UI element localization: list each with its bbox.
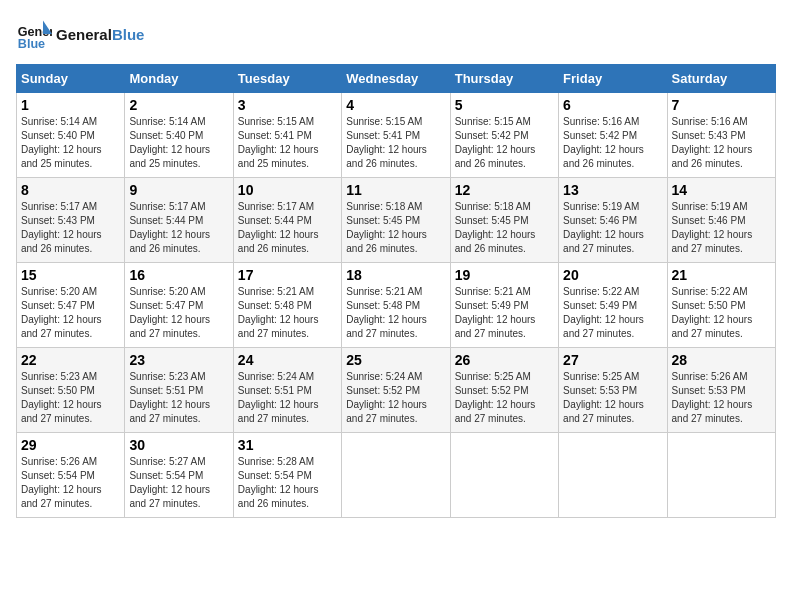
day-info: Sunrise: 5:26 AM Sunset: 5:53 PM Dayligh… xyxy=(672,370,771,426)
day-number: 26 xyxy=(455,352,554,368)
day-number: 15 xyxy=(21,267,120,283)
day-info: Sunrise: 5:16 AM Sunset: 5:43 PM Dayligh… xyxy=(672,115,771,171)
day-cell: 14 Sunrise: 5:19 AM Sunset: 5:46 PM Dayl… xyxy=(667,178,775,263)
weekday-header-saturday: Saturday xyxy=(667,65,775,93)
day-cell: 6 Sunrise: 5:16 AM Sunset: 5:42 PM Dayli… xyxy=(559,93,667,178)
day-cell: 11 Sunrise: 5:18 AM Sunset: 5:45 PM Dayl… xyxy=(342,178,450,263)
day-cell: 16 Sunrise: 5:20 AM Sunset: 5:47 PM Dayl… xyxy=(125,263,233,348)
week-row-5: 29 Sunrise: 5:26 AM Sunset: 5:54 PM Dayl… xyxy=(17,433,776,518)
day-number: 25 xyxy=(346,352,445,368)
day-info: Sunrise: 5:17 AM Sunset: 5:44 PM Dayligh… xyxy=(238,200,337,256)
day-info: Sunrise: 5:27 AM Sunset: 5:54 PM Dayligh… xyxy=(129,455,228,511)
logo-icon: General Blue xyxy=(16,16,52,52)
day-cell: 24 Sunrise: 5:24 AM Sunset: 5:51 PM Dayl… xyxy=(233,348,341,433)
day-cell: 27 Sunrise: 5:25 AM Sunset: 5:53 PM Dayl… xyxy=(559,348,667,433)
day-info: Sunrise: 5:19 AM Sunset: 5:46 PM Dayligh… xyxy=(563,200,662,256)
logo-text: GeneralBlue xyxy=(56,26,144,43)
day-info: Sunrise: 5:23 AM Sunset: 5:51 PM Dayligh… xyxy=(129,370,228,426)
day-number: 16 xyxy=(129,267,228,283)
day-info: Sunrise: 5:17 AM Sunset: 5:44 PM Dayligh… xyxy=(129,200,228,256)
weekday-header-wednesday: Wednesday xyxy=(342,65,450,93)
week-row-1: 1 Sunrise: 5:14 AM Sunset: 5:40 PM Dayli… xyxy=(17,93,776,178)
day-info: Sunrise: 5:17 AM Sunset: 5:43 PM Dayligh… xyxy=(21,200,120,256)
day-info: Sunrise: 5:26 AM Sunset: 5:54 PM Dayligh… xyxy=(21,455,120,511)
day-cell: 13 Sunrise: 5:19 AM Sunset: 5:46 PM Dayl… xyxy=(559,178,667,263)
day-info: Sunrise: 5:16 AM Sunset: 5:42 PM Dayligh… xyxy=(563,115,662,171)
day-cell: 21 Sunrise: 5:22 AM Sunset: 5:50 PM Dayl… xyxy=(667,263,775,348)
svg-text:Blue: Blue xyxy=(18,37,45,51)
day-info: Sunrise: 5:22 AM Sunset: 5:50 PM Dayligh… xyxy=(672,285,771,341)
day-number: 17 xyxy=(238,267,337,283)
day-cell: 19 Sunrise: 5:21 AM Sunset: 5:49 PM Dayl… xyxy=(450,263,558,348)
day-info: Sunrise: 5:19 AM Sunset: 5:46 PM Dayligh… xyxy=(672,200,771,256)
day-number: 24 xyxy=(238,352,337,368)
weekday-header-monday: Monday xyxy=(125,65,233,93)
day-number: 7 xyxy=(672,97,771,113)
day-cell: 4 Sunrise: 5:15 AM Sunset: 5:41 PM Dayli… xyxy=(342,93,450,178)
day-cell: 31 Sunrise: 5:28 AM Sunset: 5:54 PM Dayl… xyxy=(233,433,341,518)
day-cell: 20 Sunrise: 5:22 AM Sunset: 5:49 PM Dayl… xyxy=(559,263,667,348)
day-info: Sunrise: 5:24 AM Sunset: 5:52 PM Dayligh… xyxy=(346,370,445,426)
day-cell xyxy=(559,433,667,518)
day-cell: 22 Sunrise: 5:23 AM Sunset: 5:50 PM Dayl… xyxy=(17,348,125,433)
day-cell: 1 Sunrise: 5:14 AM Sunset: 5:40 PM Dayli… xyxy=(17,93,125,178)
day-info: Sunrise: 5:15 AM Sunset: 5:42 PM Dayligh… xyxy=(455,115,554,171)
week-row-4: 22 Sunrise: 5:23 AM Sunset: 5:50 PM Dayl… xyxy=(17,348,776,433)
day-cell: 18 Sunrise: 5:21 AM Sunset: 5:48 PM Dayl… xyxy=(342,263,450,348)
day-number: 1 xyxy=(21,97,120,113)
day-cell: 17 Sunrise: 5:21 AM Sunset: 5:48 PM Dayl… xyxy=(233,263,341,348)
day-number: 11 xyxy=(346,182,445,198)
day-cell: 12 Sunrise: 5:18 AM Sunset: 5:45 PM Dayl… xyxy=(450,178,558,263)
day-number: 31 xyxy=(238,437,337,453)
day-cell: 15 Sunrise: 5:20 AM Sunset: 5:47 PM Dayl… xyxy=(17,263,125,348)
day-info: Sunrise: 5:21 AM Sunset: 5:48 PM Dayligh… xyxy=(346,285,445,341)
weekday-header-sunday: Sunday xyxy=(17,65,125,93)
day-cell xyxy=(342,433,450,518)
week-row-2: 8 Sunrise: 5:17 AM Sunset: 5:43 PM Dayli… xyxy=(17,178,776,263)
day-info: Sunrise: 5:14 AM Sunset: 5:40 PM Dayligh… xyxy=(129,115,228,171)
calendar-table: SundayMondayTuesdayWednesdayThursdayFrid… xyxy=(16,64,776,518)
logo: General Blue GeneralBlue xyxy=(16,16,144,52)
day-info: Sunrise: 5:14 AM Sunset: 5:40 PM Dayligh… xyxy=(21,115,120,171)
day-cell: 23 Sunrise: 5:23 AM Sunset: 5:51 PM Dayl… xyxy=(125,348,233,433)
weekday-header-tuesday: Tuesday xyxy=(233,65,341,93)
day-cell: 5 Sunrise: 5:15 AM Sunset: 5:42 PM Dayli… xyxy=(450,93,558,178)
day-cell xyxy=(450,433,558,518)
day-number: 13 xyxy=(563,182,662,198)
day-number: 12 xyxy=(455,182,554,198)
day-number: 20 xyxy=(563,267,662,283)
day-info: Sunrise: 5:21 AM Sunset: 5:49 PM Dayligh… xyxy=(455,285,554,341)
day-info: Sunrise: 5:15 AM Sunset: 5:41 PM Dayligh… xyxy=(346,115,445,171)
day-number: 21 xyxy=(672,267,771,283)
day-info: Sunrise: 5:22 AM Sunset: 5:49 PM Dayligh… xyxy=(563,285,662,341)
day-number: 19 xyxy=(455,267,554,283)
day-info: Sunrise: 5:18 AM Sunset: 5:45 PM Dayligh… xyxy=(455,200,554,256)
day-info: Sunrise: 5:15 AM Sunset: 5:41 PM Dayligh… xyxy=(238,115,337,171)
day-cell: 25 Sunrise: 5:24 AM Sunset: 5:52 PM Dayl… xyxy=(342,348,450,433)
day-info: Sunrise: 5:20 AM Sunset: 5:47 PM Dayligh… xyxy=(21,285,120,341)
day-number: 2 xyxy=(129,97,228,113)
day-info: Sunrise: 5:18 AM Sunset: 5:45 PM Dayligh… xyxy=(346,200,445,256)
day-info: Sunrise: 5:21 AM Sunset: 5:48 PM Dayligh… xyxy=(238,285,337,341)
day-cell: 10 Sunrise: 5:17 AM Sunset: 5:44 PM Dayl… xyxy=(233,178,341,263)
day-cell: 2 Sunrise: 5:14 AM Sunset: 5:40 PM Dayli… xyxy=(125,93,233,178)
day-info: Sunrise: 5:24 AM Sunset: 5:51 PM Dayligh… xyxy=(238,370,337,426)
day-number: 23 xyxy=(129,352,228,368)
day-info: Sunrise: 5:23 AM Sunset: 5:50 PM Dayligh… xyxy=(21,370,120,426)
weekday-header-row: SundayMondayTuesdayWednesdayThursdayFrid… xyxy=(17,65,776,93)
day-info: Sunrise: 5:25 AM Sunset: 5:52 PM Dayligh… xyxy=(455,370,554,426)
day-number: 6 xyxy=(563,97,662,113)
day-number: 18 xyxy=(346,267,445,283)
day-cell: 7 Sunrise: 5:16 AM Sunset: 5:43 PM Dayli… xyxy=(667,93,775,178)
week-row-3: 15 Sunrise: 5:20 AM Sunset: 5:47 PM Dayl… xyxy=(17,263,776,348)
calendar-body: 1 Sunrise: 5:14 AM Sunset: 5:40 PM Dayli… xyxy=(17,93,776,518)
day-number: 28 xyxy=(672,352,771,368)
day-number: 27 xyxy=(563,352,662,368)
day-number: 22 xyxy=(21,352,120,368)
day-info: Sunrise: 5:28 AM Sunset: 5:54 PM Dayligh… xyxy=(238,455,337,511)
weekday-header-thursday: Thursday xyxy=(450,65,558,93)
header: General Blue GeneralBlue xyxy=(16,16,776,52)
day-number: 3 xyxy=(238,97,337,113)
day-info: Sunrise: 5:20 AM Sunset: 5:47 PM Dayligh… xyxy=(129,285,228,341)
day-number: 8 xyxy=(21,182,120,198)
